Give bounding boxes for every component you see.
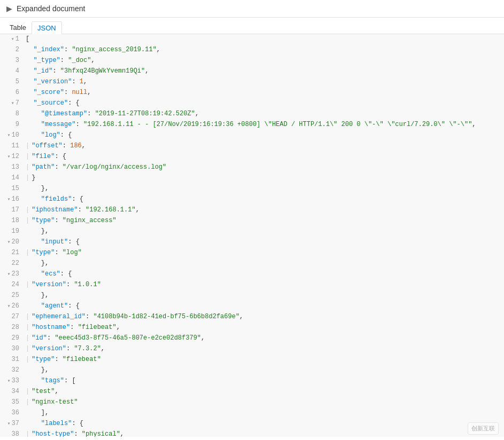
pipe-char: |	[26, 206, 29, 214]
json-line: ▾10 "log": {	[0, 130, 504, 141]
line-content: "_id": "3hfxq24BgWkYvemn19Qi",	[26, 66, 500, 77]
indent-space	[26, 131, 41, 139]
line-content: },	[26, 290, 500, 301]
line-content: },	[26, 258, 500, 269]
line-number: 29	[4, 333, 19, 344]
toggle-button[interactable]: ▾	[7, 154, 11, 160]
json-token: "physical"	[82, 430, 120, 437]
json-token: },	[41, 260, 49, 267]
line-content: },	[26, 184, 500, 194]
json-token: :	[76, 121, 83, 128]
line-number: ▾16	[4, 194, 19, 205]
json-token: :	[64, 89, 72, 96]
line-content: |"host-type": "physical",	[26, 429, 500, 437]
line-content: |"version": "7.3.2",	[26, 344, 500, 355]
json-token: : {	[68, 302, 80, 310]
json-token: : {	[68, 99, 80, 107]
json-token: ,	[157, 46, 160, 53]
line-number: 35	[4, 397, 19, 408]
json-token: "ecs"	[41, 270, 60, 278]
toggle-button[interactable]: ▾	[7, 303, 11, 309]
json-token: ,	[239, 313, 243, 320]
tab-json[interactable]: JSON	[32, 21, 62, 34]
toggle-button[interactable]: ▾	[7, 271, 11, 277]
toggle-button[interactable]: ▾	[7, 421, 11, 427]
json-line: 19 },	[0, 226, 504, 237]
indent-space	[26, 121, 41, 128]
line-number: ▾20	[4, 237, 19, 248]
json-token: : [	[64, 377, 76, 384]
indent-space	[26, 99, 33, 107]
json-token: },	[41, 292, 49, 299]
json-token: :	[78, 206, 86, 214]
line-number: ▾1	[4, 34, 19, 45]
json-token: :	[70, 324, 77, 331]
json-line: 21|"type": "log"	[0, 248, 504, 258]
line-content: "ecs": {	[26, 269, 500, 280]
toggle-button[interactable]: ▾	[11, 100, 14, 106]
indent-space	[26, 366, 41, 374]
line-content: "tags": [	[26, 376, 500, 387]
json-line: 3 "_type": "_doc",	[0, 56, 504, 66]
json-token: "nginx_access_2019.11"	[72, 46, 156, 53]
pipe-char: |	[26, 324, 29, 331]
json-token: ,	[117, 324, 120, 331]
json-token: : {	[68, 238, 80, 246]
json-token: :	[64, 46, 72, 53]
json-token: ,	[472, 121, 476, 128]
json-token: 1	[80, 78, 83, 85]
json-line: ▾1[	[0, 34, 504, 45]
json-token: ,	[120, 430, 124, 437]
json-token: ,	[101, 345, 105, 352]
json-line: 25 },	[0, 290, 504, 301]
json-token: "version"	[32, 345, 66, 352]
line-content: |"offset": 186,	[26, 141, 500, 152]
toggle-button[interactable]: ▾	[7, 197, 11, 202]
indent-space	[26, 89, 33, 96]
json-token: "filebeat"	[63, 356, 101, 363]
line-number: 11	[4, 141, 19, 152]
json-token: "_score"	[33, 89, 64, 96]
json-token: "file"	[32, 153, 55, 160]
tabs-bar: Table JSON	[0, 18, 504, 34]
json-token: :	[66, 281, 74, 288]
json-token: "ephemeral_id"	[32, 313, 86, 320]
line-number: 15	[4, 184, 19, 194]
json-token: "_version"	[33, 78, 72, 85]
json-token: :	[72, 78, 79, 85]
line-number: 28	[4, 323, 19, 333]
toggle-button[interactable]: ▾	[7, 132, 11, 138]
json-line: 34|"test",	[0, 387, 504, 397]
line-content: "log": {	[26, 130, 500, 141]
line-content: |"path": "/var/log/nginx/access.log"	[26, 162, 500, 173]
json-token: "host-type"	[32, 430, 74, 437]
json-line: 36 ],	[0, 408, 504, 419]
json-token: :	[60, 57, 68, 64]
line-number: 13	[4, 162, 19, 173]
toggle-button[interactable]: ▾	[11, 36, 14, 42]
pipe-char: |	[26, 388, 29, 395]
line-number: 2	[4, 45, 19, 56]
indent-space	[26, 420, 41, 427]
json-token: "/var/log/nginx/access.log"	[63, 163, 166, 171]
pipe-char: |	[26, 174, 29, 182]
json-token: :	[52, 67, 60, 75]
line-number: 3	[4, 56, 19, 66]
json-line: ▾26 "agent": {	[0, 301, 504, 312]
line-number: 9	[4, 120, 19, 130]
toggle-button[interactable]: ▾	[7, 239, 11, 245]
json-token: :	[66, 345, 74, 352]
line-content: |"nginx-test"	[26, 397, 500, 408]
toggle-button[interactable]: ▾	[7, 378, 11, 384]
line-number: ▾12	[4, 152, 19, 162]
line-number: 22	[4, 258, 19, 269]
line-content: |"iphostname": "192.168.1.1",	[26, 205, 500, 216]
json-token: "message"	[41, 121, 76, 128]
indent-space	[26, 302, 41, 310]
pipe-char: |	[26, 313, 29, 320]
line-content: |"version": "1.0.1"	[26, 280, 500, 290]
json-token: "3hfxq24BgWkYvemn19Qi"	[60, 67, 145, 75]
header-title: Expanded document	[17, 4, 85, 13]
json-line: ▾33 "tags": [	[0, 376, 504, 387]
json-line: ▾12|"file": {	[0, 152, 504, 162]
